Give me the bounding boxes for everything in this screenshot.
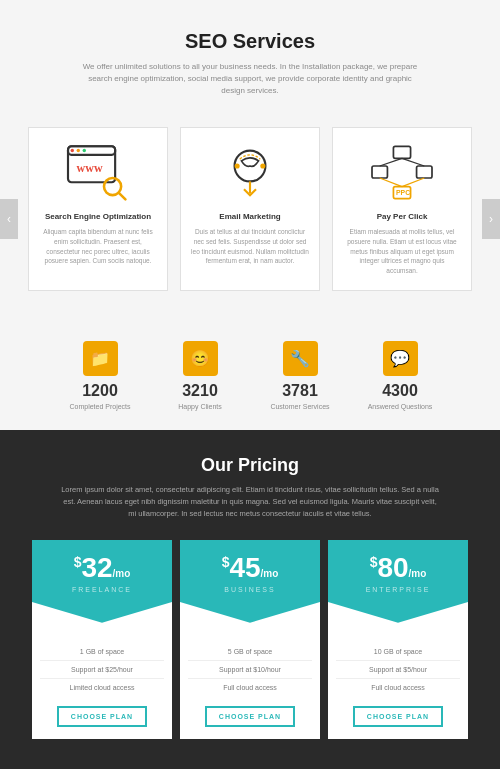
service-card-ppc: PPC Pay Per Click Etiam malesuada at mol… xyxy=(332,127,472,291)
svg-line-7 xyxy=(119,193,126,200)
email-description: Duis at tellus at dui tincidunt conclict… xyxy=(191,227,309,266)
stat-customer-services: 🔧 3781 Customer Services xyxy=(260,341,340,410)
svg-point-3 xyxy=(77,149,80,152)
happy-clients-icon: 😊 xyxy=(183,341,218,376)
customer-services-icon: 🔧 xyxy=(283,341,318,376)
pricing-feature-3-business: Full cloud access xyxy=(188,679,312,696)
pricing-header-enterprise: $80/mo ENTERPRISE xyxy=(328,540,468,623)
services-cards-container: www Search Engine Optimization Aliquam c… xyxy=(0,127,500,291)
completed-projects-number: 1200 xyxy=(60,382,140,400)
pricing-feature-2-freelance: Support at $25/hour xyxy=(40,661,164,679)
pricing-header-business: $45/mo BUSINESS xyxy=(180,540,320,623)
pricing-price-enterprise: $80/mo xyxy=(338,554,458,582)
svg-line-17 xyxy=(402,158,424,166)
seo-title: Search Engine Optimization xyxy=(39,212,157,221)
hero-section: SEO Services We offer unlimited solution… xyxy=(0,0,500,117)
page-title: SEO Services xyxy=(20,30,480,53)
answered-questions-label: Answered Questions xyxy=(360,403,440,410)
customer-services-label: Customer Services xyxy=(260,403,340,410)
pricing-body-business: 5 GB of space Support at $10/hour Full c… xyxy=(180,623,320,739)
pricing-intro: Lorem ipsum dolor sit amet, consectetur … xyxy=(60,484,440,520)
customer-services-number: 3781 xyxy=(260,382,340,400)
service-card-email: Email Marketing Duis at tellus at dui ti… xyxy=(180,127,320,291)
svg-point-4 xyxy=(83,149,86,152)
answered-questions-icon: 💬 xyxy=(383,341,418,376)
svg-text:www: www xyxy=(77,161,103,175)
svg-line-18 xyxy=(380,178,402,187)
price-value-business: 45 xyxy=(229,552,260,583)
services-section: ‹ www Search Engine Optimization Aliquam… xyxy=(0,117,500,321)
pricing-feature-3-enterprise: Full cloud access xyxy=(336,679,460,696)
pricing-body-enterprise: 10 GB of space Support at $5/hour Full c… xyxy=(328,623,468,739)
svg-text:PPC: PPC xyxy=(396,189,410,196)
pricing-feature-2-business: Support at $10/hour xyxy=(188,661,312,679)
svg-rect-1 xyxy=(68,146,115,155)
svg-rect-12 xyxy=(393,146,410,158)
ppc-description: Etiam malesuada at mollis tellus, vel po… xyxy=(343,227,461,276)
svg-rect-14 xyxy=(417,166,432,178)
pricing-feature-1-enterprise: 10 GB of space xyxy=(336,643,460,661)
services-next-arrow[interactable]: › xyxy=(482,199,500,239)
svg-point-11 xyxy=(260,163,265,168)
choose-plan-freelance[interactable]: CHOOSE PLAN xyxy=(57,706,147,727)
pricing-tier-freelance: FREELANCE xyxy=(42,586,162,593)
stat-happy-clients: 😊 3210 Happy Clients xyxy=(160,341,240,410)
pricing-feature-1-freelance: 1 GB of space xyxy=(40,643,164,661)
pricing-card-enterprise: $80/mo ENTERPRISE 10 GB of space Support… xyxy=(328,540,468,739)
services-prev-arrow[interactable]: ‹ xyxy=(0,199,18,239)
seo-icon: www xyxy=(63,142,133,202)
pricing-tier-business: BUSINESS xyxy=(190,586,310,593)
testimonials-section: Happy Clients We thank for all our aweso… xyxy=(0,769,500,780)
pricing-cards-container: $32/mo FREELANCE 1 GB of space Support a… xyxy=(15,540,485,739)
svg-line-16 xyxy=(380,158,402,166)
service-card-seo: www Search Engine Optimization Aliquam c… xyxy=(28,127,168,291)
email-title: Email Marketing xyxy=(191,212,309,221)
pricing-tier-enterprise: ENTERPRISE xyxy=(338,586,458,593)
answered-questions-number: 4300 xyxy=(360,382,440,400)
stats-section: 📁 1200 Completed Projects 😊 3210 Happy C… xyxy=(0,321,500,430)
svg-rect-13 xyxy=(372,166,387,178)
pricing-price-business: $45/mo xyxy=(190,554,310,582)
svg-line-19 xyxy=(402,178,424,187)
pricing-header-freelance: $32/mo FREELANCE xyxy=(32,540,172,623)
pricing-card-freelance: $32/mo FREELANCE 1 GB of space Support a… xyxy=(32,540,172,739)
price-value-freelance: 32 xyxy=(81,552,112,583)
stat-completed-projects: 📁 1200 Completed Projects xyxy=(60,341,140,410)
svg-point-2 xyxy=(71,149,74,152)
happy-clients-label: Happy Clients xyxy=(160,403,240,410)
per-month-enterprise: /mo xyxy=(409,568,427,579)
choose-plan-enterprise[interactable]: CHOOSE PLAN xyxy=(353,706,443,727)
pricing-price-freelance: $32/mo xyxy=(42,554,162,582)
stats-container: 📁 1200 Completed Projects 😊 3210 Happy C… xyxy=(0,321,500,430)
price-value-enterprise: 80 xyxy=(377,552,408,583)
email-icon xyxy=(215,142,285,202)
pricing-feature-3-freelance: Limited cloud access xyxy=(40,679,164,696)
choose-plan-business[interactable]: CHOOSE PLAN xyxy=(205,706,295,727)
ppc-title: Pay Per Click xyxy=(343,212,461,221)
pricing-feature-2-enterprise: Support at $5/hour xyxy=(336,661,460,679)
svg-point-10 xyxy=(235,163,240,168)
pricing-card-business: $45/mo BUSINESS 5 GB of space Support at… xyxy=(180,540,320,739)
completed-projects-icon: 📁 xyxy=(83,341,118,376)
pricing-section: Our Pricing Lorem ipsum dolor sit amet, … xyxy=(0,430,500,769)
per-month-freelance: /mo xyxy=(113,568,131,579)
stat-answered-questions: 💬 4300 Answered Questions xyxy=(360,341,440,410)
hero-description: We offer unlimited solutions to all your… xyxy=(80,61,420,97)
seo-description: Aliquam capita bibendum at nunc felis en… xyxy=(39,227,157,266)
pricing-title: Our Pricing xyxy=(15,455,485,476)
completed-projects-label: Completed Projects xyxy=(60,403,140,410)
per-month-business: /mo xyxy=(261,568,279,579)
happy-clients-number: 3210 xyxy=(160,382,240,400)
ppc-icon: PPC xyxy=(367,142,437,202)
pricing-body-freelance: 1 GB of space Support at $25/hour Limite… xyxy=(32,623,172,739)
pricing-feature-1-business: 5 GB of space xyxy=(188,643,312,661)
